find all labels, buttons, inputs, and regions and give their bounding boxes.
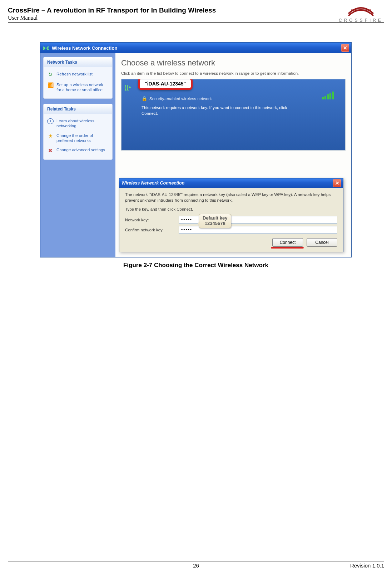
network-tasks-title: Network Tasks [44, 57, 112, 67]
task-refresh-network[interactable]: ↻ Refresh network list [46, 69, 110, 80]
dialog-para2: Type the key, and then click Connect. [125, 207, 337, 212]
task-label: Refresh network list [56, 72, 93, 78]
signal-icon: ((• [124, 84, 131, 91]
label-confirm-key: Confirm network key: [125, 228, 179, 232]
dialog-body: The network '"iDAS-AU-12345"' requires a… [119, 188, 343, 252]
wireless-window: ((•)) Wireless Network Connection ✕ Netw… [40, 42, 352, 257]
brand-logo: CROSSFIRE [339, 5, 383, 23]
page-footer: 26 Revision 1.0.1 [8, 561, 384, 569]
page-subtitle: User Manual [8, 15, 384, 21]
page-header: CrossFire – A revolution in RF Transport… [8, 6, 384, 23]
figure-caption: Figure 2-7 Choosing the Correct Wireless… [40, 262, 352, 269]
logo-swoosh-icon [347, 5, 375, 17]
callout-line2: 12345678 [203, 221, 227, 226]
choose-heading: Choose a wireless network [121, 58, 346, 68]
task-label: Set up a wireless network for a home or … [56, 82, 109, 93]
secure-text: Security-enabled wireless network [149, 97, 212, 101]
choose-description: Click an item in the list below to conne… [121, 71, 346, 75]
task-label: Change the order of preferred networks [56, 133, 109, 143]
page-number: 26 [193, 562, 199, 569]
label-network-key: Network key: [125, 218, 179, 222]
network-item-selected[interactable]: ((• "iDAS-AU-12345" 🔒 Security-enabled w… [121, 79, 345, 150]
default-key-callout: Default key 12345678 [199, 214, 231, 228]
related-tasks-panel: Related Tasks i Learn about wireless net… [43, 104, 113, 160]
task-setup-network[interactable]: 📶 Set up a wireless network for a home o… [46, 80, 110, 95]
revision-text: Revision 1.0.1 [350, 562, 384, 569]
task-learn-wireless[interactable]: i Learn about wireless networking [46, 116, 110, 131]
star-icon: ★ [47, 133, 54, 139]
dialog-titlebar[interactable]: Wireless Network Connection ✕ [119, 178, 343, 188]
dialog-buttons: Connect Cancel [125, 238, 337, 247]
related-tasks-title: Related Tasks [44, 104, 112, 114]
dialog-para1: The network '"iDAS-AU-12345"' requires a… [125, 192, 337, 203]
logo-text: CROSSFIRE [339, 18, 383, 23]
task-label: Change advanced settings [56, 147, 105, 154]
window-titlebar[interactable]: ((•)) Wireless Network Connection ✕ [40, 43, 351, 53]
network-secure-line: 🔒 Security-enabled wireless network [142, 96, 329, 101]
dialog-title: Wireless Network Connection [121, 181, 184, 186]
task-advanced-settings[interactable]: ✖ Change advanced settings [46, 145, 110, 156]
network-key-dialog: Wireless Network Connection ✕ The networ… [119, 178, 343, 252]
field-confirm-key: Confirm network key: [125, 226, 337, 234]
figure-wrap: ((•)) Wireless Network Connection ✕ Netw… [40, 42, 352, 269]
window-title: Wireless Network Connection [52, 45, 117, 51]
window-main: Choose a wireless network Click an item … [115, 53, 351, 257]
sidebar: Network Tasks ↻ Refresh network list 📶 S… [40, 53, 115, 257]
field-network-key: Network key: Default key 12345678 [125, 216, 337, 224]
page-title: CrossFire – A revolution in RF Transport… [8, 6, 384, 14]
task-label: Learn about wireless networking [56, 118, 109, 129]
advanced-icon: ✖ [47, 147, 54, 154]
close-icon[interactable]: ✕ [341, 44, 349, 52]
network-list[interactable]: ▲ ((• "iDAS-AU-12345" 🔒 Security-enabled… [121, 79, 346, 151]
connect-highlight [271, 247, 304, 249]
callout-line1: Default key [203, 216, 227, 221]
lock-icon: 🔒 [142, 96, 147, 101]
network-tasks-panel: Network Tasks ↻ Refresh network list 📶 S… [43, 57, 113, 99]
ssid-callout: "iDAS-AU-12345" [138, 79, 193, 90]
cancel-button[interactable]: Cancel [307, 238, 337, 247]
signal-bars-icon [322, 92, 334, 99]
info-icon: i [47, 118, 54, 124]
wireless-icon: ((•)) [43, 45, 50, 51]
task-change-order[interactable]: ★ Change the order of preferred networks [46, 131, 110, 146]
network-info-text: This network requires a network key. If … [142, 105, 295, 116]
close-icon[interactable]: ✕ [333, 179, 341, 187]
setup-icon: 📶 [47, 82, 54, 89]
connect-button[interactable]: Connect [272, 238, 303, 247]
refresh-icon: ↻ [47, 72, 54, 78]
